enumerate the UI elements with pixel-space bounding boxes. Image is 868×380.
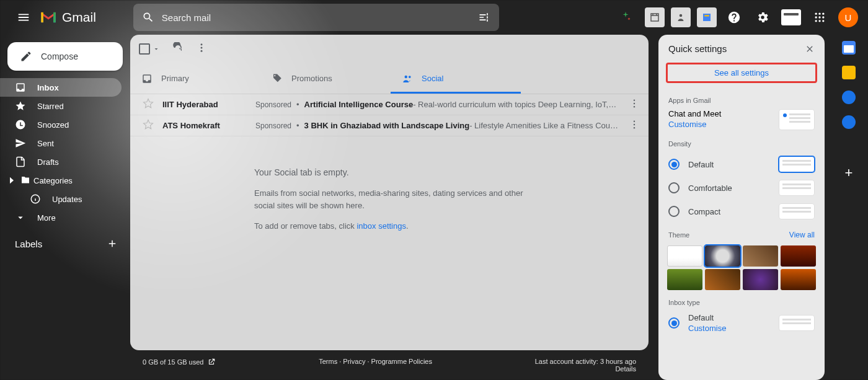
refresh-icon [172, 42, 184, 53]
support-button[interactable] [722, 5, 746, 30]
inbox-icon [15, 82, 26, 93]
refresh-button[interactable] [172, 42, 184, 56]
chat-meet-preview [779, 109, 815, 130]
density-compact-option[interactable]: Compact [668, 200, 815, 223]
star-icon [15, 100, 26, 112]
caret-down-icon [153, 45, 160, 53]
empty-line1: Emails from social networks, media-shari… [254, 187, 525, 211]
contacts-rail-icon[interactable] [842, 115, 856, 129]
inbox-type-preview [779, 315, 815, 331]
inbox-type-customise-link[interactable]: Customise [688, 324, 726, 333]
calendar-addon-icon[interactable] [645, 7, 665, 27]
density-comfortable-option[interactable]: Comfortable [668, 176, 815, 200]
header: Gmail U [0, 0, 868, 35]
radio-off-icon [668, 182, 680, 193]
row-more-button[interactable] [629, 119, 640, 132]
quick-settings-title: Quick settings [668, 43, 727, 54]
nav-starred[interactable]: Starred [0, 97, 122, 115]
folder-icon [20, 175, 31, 186]
details-link[interactable]: Details [535, 365, 636, 373]
nav-updates[interactable]: Updates [0, 190, 122, 208]
inbox-type-default-option[interactable]: Default Customise [668, 311, 815, 335]
tasks-addon-icon[interactable] [697, 7, 717, 27]
main-menu-button[interactable] [10, 4, 37, 31]
tab-social[interactable]: Social [391, 63, 521, 94]
empty-title: Your Social tab is empty. [254, 167, 525, 177]
more-button[interactable] [196, 42, 207, 56]
svg-point-0 [680, 14, 683, 17]
mail-row[interactable]: ATS Homekraft Sponsored• 3 BHK in Ghazia… [130, 115, 649, 136]
row-more-button[interactable] [629, 98, 640, 111]
svg-point-4 [818, 13, 820, 15]
pencil-icon [20, 50, 32, 63]
nav-categories[interactable]: Categories [0, 171, 122, 190]
clock-icon [15, 119, 26, 130]
svg-point-5 [822, 13, 824, 15]
search-icon [142, 11, 154, 24]
gmail-logo-text: Gmail [62, 10, 96, 25]
nav-snoozed[interactable]: Snoozed [0, 115, 122, 134]
theme-thumb[interactable] [743, 245, 778, 267]
sparkle-icon[interactable] [619, 11, 632, 24]
nav-sent[interactable]: Sent [0, 134, 122, 152]
inbox-tab-icon [141, 73, 153, 84]
radio-off-icon [668, 206, 680, 217]
star-toggle[interactable] [143, 119, 154, 132]
sidebar: Compose Inbox Starred Snoozed Sent Draft… [0, 35, 130, 380]
header-right: U [611, 5, 858, 30]
nav-inbox[interactable]: Inbox [0, 78, 122, 97]
policies-link[interactable]: Programme Policies [371, 358, 432, 365]
mail-indicator[interactable] [779, 5, 804, 30]
contacts-addon-icon[interactable] [671, 7, 691, 27]
theme-thumb[interactable] [781, 245, 816, 267]
add-label-icon[interactable] [107, 238, 118, 249]
mail-row[interactable]: IIIT Hyderabad Sponsored• Artificial Int… [130, 94, 649, 115]
google-apps-button[interactable] [807, 5, 832, 30]
toolbar [130, 35, 649, 63]
add-addon-button[interactable]: + [845, 165, 853, 181]
calendar-rail-icon[interactable] [842, 41, 856, 55]
storage-usage[interactable]: 0 GB of 15 GB used [143, 358, 216, 366]
star-outline-icon [143, 98, 154, 109]
theme-thumb[interactable] [743, 269, 778, 290]
tab-primary[interactable]: Primary [130, 63, 260, 94]
theme-thumb-selected[interactable] [705, 245, 740, 267]
checkbox-icon [139, 43, 150, 55]
close-icon[interactable] [805, 44, 815, 54]
theme-thumb[interactable] [781, 269, 816, 290]
tab-promotions[interactable]: Promotions [260, 63, 391, 94]
mail-pane: Primary Promotions Social IIIT Hyderabad… [130, 35, 649, 350]
theme-thumb[interactable] [667, 245, 702, 267]
star-outline-icon [143, 119, 154, 130]
search-bar[interactable] [133, 4, 499, 31]
compose-button[interactable]: Compose [7, 42, 123, 71]
draft-icon [15, 156, 26, 167]
search-input[interactable] [162, 12, 478, 23]
gmail-logo[interactable]: Gmail [40, 10, 96, 25]
theme-thumb[interactable] [705, 269, 740, 290]
more-vert-icon [196, 42, 207, 53]
theme-view-all-link[interactable]: View all [789, 231, 815, 239]
nav-drafts[interactable]: Drafts [0, 152, 122, 171]
star-toggle[interactable] [143, 98, 154, 111]
row-snippet: - Real-world curriculum with topics Deep… [413, 100, 616, 109]
keep-rail-icon[interactable] [842, 66, 856, 79]
privacy-link[interactable]: Privacy [343, 358, 365, 365]
empty-state: Your Social tab is empty. Emails from so… [130, 136, 649, 350]
tasks-rail-icon[interactable] [842, 91, 856, 104]
terms-link[interactable]: Terms [319, 358, 337, 365]
see-all-settings-button[interactable]: See all settings [666, 63, 817, 83]
chat-meet-customise-link[interactable]: Customise [668, 120, 721, 129]
mail-icon [781, 9, 801, 25]
svg-point-23 [634, 127, 635, 128]
svg-point-20 [634, 106, 635, 107]
svg-point-17 [409, 76, 411, 78]
account-avatar[interactable]: U [838, 7, 858, 27]
inbox-settings-link[interactable]: inbox settings [356, 221, 406, 231]
settings-button[interactable] [750, 5, 775, 30]
density-default-option[interactable]: Default [668, 152, 815, 176]
nav-more[interactable]: More [0, 208, 122, 227]
theme-thumb[interactable] [667, 269, 702, 290]
search-options-icon[interactable] [478, 11, 490, 24]
select-all-checkbox[interactable] [139, 43, 160, 55]
